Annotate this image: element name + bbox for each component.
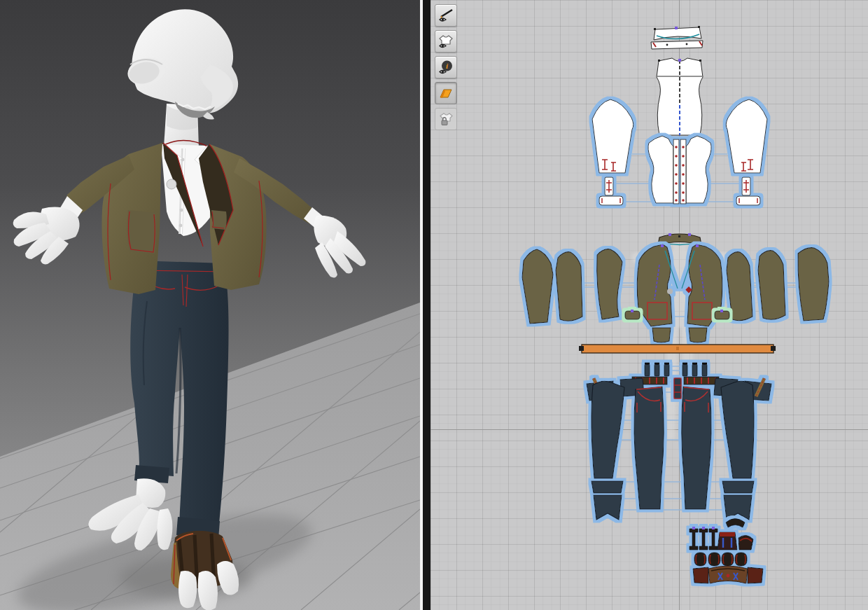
jacket-button [167, 179, 176, 189]
shirt-collar-band-piece[interactable] [651, 41, 703, 49]
front-leg-left-piece[interactable] [634, 387, 664, 509]
show-fabric-toggle[interactable] [435, 82, 457, 104]
pattern-canvas [430, 0, 868, 610]
pattern-toolbar: i [435, 4, 457, 130]
jacket-side-panel-right-piece[interactable] [727, 252, 752, 321]
show-stitches-toggle[interactable] [435, 4, 457, 27]
show-info-toggle[interactable]: i [435, 56, 457, 78]
show-garment-toggle[interactable] [435, 30, 457, 53]
ankle-cuff-left-piece[interactable] [594, 495, 622, 520]
shirt-back-bodice-piece[interactable] [657, 58, 703, 135]
info-eye-icon: i [438, 60, 454, 75]
sandal-pattern-group [690, 519, 763, 584]
waistband-right-piece[interactable] [684, 377, 719, 384]
garment-design-app: i [0, 0, 868, 610]
jacket-hem-tab-left-piece[interactable] [652, 328, 671, 342]
shirt-lock-icon [438, 111, 454, 127]
jacket-pocket-flap-left-piece[interactable] [625, 310, 640, 319]
shirt-eye-icon [438, 34, 454, 49]
fabric-swatch-icon [438, 85, 454, 101]
shirt-front-left-piece[interactable] [648, 136, 679, 204]
jacket-side-panel-left-piece[interactable] [556, 252, 582, 321]
belt-endpoint-left[interactable] [579, 346, 584, 351]
sandal-sole-piece[interactable] [708, 566, 748, 583]
ankle-cuff-right-piece[interactable] [724, 495, 752, 520]
sandal-sole-side-left-piece[interactable] [693, 567, 708, 583]
sandal-heel-strap-piece[interactable] [726, 519, 745, 528]
shirt-pattern-group [592, 26, 767, 205]
sandal-sole-side-right-piece[interactable] [748, 567, 763, 583]
sandal-toe-caps[interactable] [694, 553, 747, 566]
2d-pattern-editor[interactable]: i [430, 0, 868, 610]
knee-band-left-piece[interactable] [592, 481, 623, 493]
jacket-top-sleeve-left-piece[interactable] [597, 249, 622, 319]
needle-eye-icon [438, 8, 454, 23]
panel-divider[interactable] [420, 0, 430, 610]
sandal-toe-straps[interactable] [690, 527, 718, 550]
shirt-cuff-right-piece[interactable] [736, 196, 760, 205]
shirt-collar-piece[interactable] [654, 26, 701, 40]
belt-pattern-group[interactable] [579, 345, 776, 353]
jacket-back-panel-piece[interactable] [758, 251, 785, 320]
pants-pattern-group [587, 363, 771, 520]
shirt-placket-left-piece[interactable] [605, 177, 613, 195]
3d-viewport[interactable] [0, 0, 420, 610]
sandal-vamp-piece[interactable] [718, 532, 737, 550]
shirt-placket-right-piece[interactable] [742, 177, 750, 195]
fly-piece[interactable] [674, 378, 681, 398]
shirt-cuff-left-piece[interactable] [599, 196, 623, 205]
jacket-under-sleeve-left-piece[interactable] [522, 249, 553, 324]
shirt-sleeve-right-piece[interactable] [726, 99, 767, 173]
jacket-top-sleeve-right-piece[interactable] [798, 248, 829, 321]
belt-endpoint-right[interactable] [771, 346, 776, 351]
shirt-front-right-piece[interactable] [680, 136, 711, 204]
back-leg-left-piece[interactable] [592, 381, 624, 478]
knee-band-right-piece[interactable] [722, 481, 754, 493]
jacket-pocket-flap-right-piece[interactable] [715, 310, 729, 319]
lock-garment-toggle[interactable] [435, 108, 457, 130]
3d-scene [0, 0, 420, 610]
shirt-sleeve-left-piece[interactable] [592, 99, 634, 173]
back-leg-right-piece[interactable] [721, 381, 754, 478]
front-leg-right-piece[interactable] [682, 387, 711, 509]
jacket-hem-tab-right-piece[interactable] [689, 328, 707, 342]
sandal-side-wing-piece[interactable] [738, 535, 753, 550]
